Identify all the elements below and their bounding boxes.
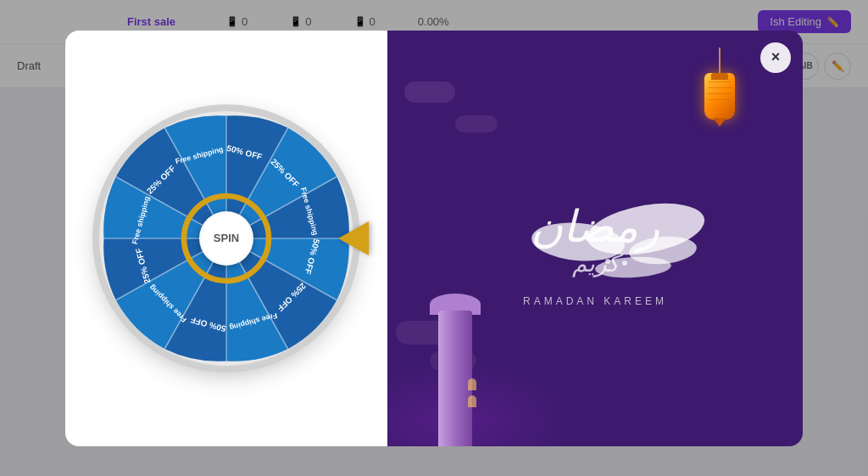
tower-window bbox=[468, 378, 476, 390]
tower-windows bbox=[462, 378, 482, 412]
lantern-body bbox=[704, 73, 735, 120]
cloud-decoration-1 bbox=[404, 81, 455, 103]
close-button[interactable]: × bbox=[760, 42, 791, 73]
svg-text:كريم: كريم bbox=[572, 250, 624, 277]
spin-wheel-outer: 50% OFF 25% OFF Free shipping 50% OFF 25… bbox=[99, 111, 353, 366]
lantern-string bbox=[719, 48, 721, 73]
lantern-line bbox=[708, 81, 732, 82]
ramadan-subtitle: RAMADAN KAREEM bbox=[523, 295, 667, 307]
ramadan-text: رمضان كريم RAMADAN KAREEM bbox=[476, 187, 714, 307]
cloud-decoration-2 bbox=[455, 115, 498, 132]
arabic-calligraphy-svg: رمضان كريم bbox=[476, 187, 714, 288]
wheel-pointer bbox=[338, 221, 369, 255]
ramadan-section: رمضان كريم RAMADAN KAREEM bbox=[387, 31, 803, 446]
lantern-decoration bbox=[704, 48, 735, 120]
lantern-line bbox=[708, 87, 732, 88]
spin-wheel-wrapper: 50% OFF 25% OFF Free shipping 50% OFF 25… bbox=[99, 111, 353, 366]
tower-body bbox=[438, 311, 472, 446]
wheel-section: 50% OFF 25% OFF Free shipping 50% OFF 25… bbox=[65, 31, 387, 446]
lantern-line bbox=[708, 93, 732, 94]
lantern-line bbox=[708, 99, 732, 100]
spin-button[interactable]: SPIN bbox=[199, 211, 253, 266]
lantern-lines bbox=[708, 81, 732, 100]
modal-overlay: × bbox=[0, 0, 868, 476]
tower-window bbox=[468, 395, 476, 407]
svg-text:رمضان: رمضان bbox=[531, 203, 659, 253]
pointer-shape bbox=[338, 221, 369, 255]
prize-wheel-modal: × bbox=[65, 31, 803, 446]
